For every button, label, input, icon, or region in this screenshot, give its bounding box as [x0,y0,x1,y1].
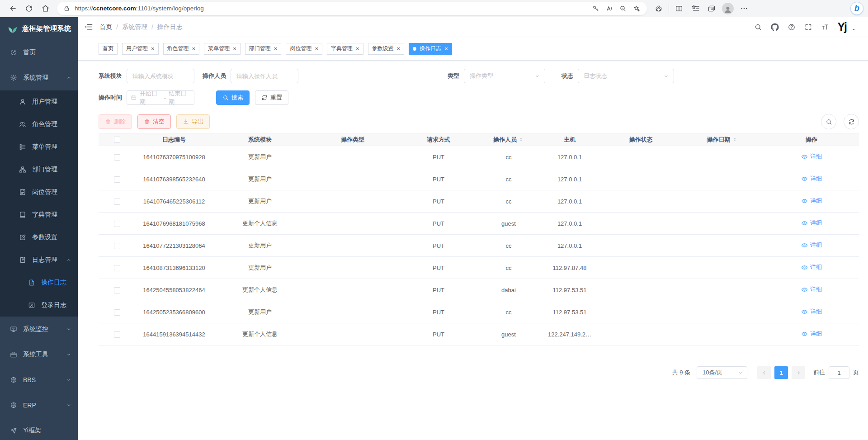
close-tab-icon[interactable]: × [356,46,359,52]
sort-icon[interactable] [732,137,738,142]
sidebar-item-user-mgmt[interactable]: 用户管理 [0,90,78,113]
refresh-table-button[interactable] [844,114,859,129]
sidebar-item-menu-mgmt[interactable]: 菜单管理 [0,136,78,158]
row-checkbox[interactable] [114,287,120,293]
caret-down-icon[interactable] [851,27,856,32]
sidebar-item-bbs[interactable]: BBS [0,367,78,393]
tab-user-mgmt[interactable]: 用户管理× [122,43,159,55]
current-page[interactable]: 1 [774,366,788,379]
sidebar-item-sys-tools[interactable]: 系统工具 [0,342,78,367]
hamburger-button[interactable] [81,20,96,34]
tab-role-mgmt[interactable]: 角色管理× [163,43,200,55]
fullscreen-button[interactable] [804,23,813,32]
select-all-checkbox[interactable] [114,137,120,143]
row-checkbox[interactable] [114,176,120,183]
zoom-out-button[interactable] [616,2,630,15]
sidebar-item-dict-mgmt[interactable]: 字典管理 [0,203,78,226]
font-size-button[interactable] [821,23,830,32]
split-screen-button[interactable] [671,1,687,16]
detail-link[interactable]: 详细 [801,330,822,338]
row-checkbox[interactable] [114,331,120,338]
profile-button[interactable] [720,1,736,16]
detail-link[interactable]: 详细 [801,197,822,205]
clear-button[interactable]: 清空 [137,114,171,129]
col-header-date[interactable]: 操作日期 [680,133,764,146]
close-tab-icon[interactable]: × [151,46,155,52]
tab-post-mgmt[interactable]: 岗位管理× [286,43,322,55]
search-toggle-button[interactable] [821,114,836,129]
browser-reload-button[interactable] [21,1,37,16]
browser-back-button[interactable] [5,1,21,16]
detail-link[interactable]: 详细 [801,175,822,183]
row-checkbox[interactable] [114,199,120,205]
favorites-button[interactable] [687,1,703,16]
github-button[interactable] [770,23,779,32]
status-select[interactable]: 日志状态 [578,69,674,83]
read-aloud-button[interactable] [603,2,616,15]
export-button[interactable]: 导出 [176,114,210,129]
sidebar-item-log-mgmt[interactable]: 日志管理 [0,249,78,271]
sidebar-item-param-settings[interactable]: 参数设置 [0,226,78,249]
password-button[interactable] [589,2,603,15]
goto-page-input[interactable] [829,366,849,379]
sidebar-item-home[interactable]: 首页 [0,40,78,65]
row-checkbox[interactable] [114,243,120,249]
breadcrumb-home[interactable]: 首页 [99,23,112,31]
sidebar-item-system-mgmt[interactable]: 系统管理 [0,65,78,90]
yj-logo[interactable]: Yj [837,21,846,33]
tab-oper-log[interactable]: 操作日志× [409,43,452,55]
cell-op-type [307,323,398,345]
row-checkbox[interactable] [114,221,120,227]
date-range-input[interactable]: 开始日期 - 结束日期 [127,90,194,105]
search-button[interactable]: 搜索 [216,90,250,105]
tab-dict-mgmt[interactable]: 字典管理× [327,43,363,55]
close-tab-icon[interactable]: × [274,46,278,52]
row-checkbox[interactable] [114,265,120,271]
close-tab-icon[interactable]: × [192,46,196,52]
detail-link[interactable]: 详细 [801,219,822,227]
detail-link[interactable]: 详细 [801,152,822,161]
browser-menu-button[interactable] [736,1,752,16]
reset-button[interactable]: 重置 [255,90,288,105]
row-checkbox[interactable] [114,309,120,316]
detail-link[interactable]: 详细 [801,285,822,293]
sidebar-item-login-log[interactable]: 登录日志 [0,294,78,317]
close-tab-icon[interactable]: × [233,46,236,52]
close-tab-icon[interactable]: × [444,46,448,52]
address-bar[interactable]: https://ccnetcore.com:1101/system/log/op… [57,2,647,15]
sidebar-item-oper-log[interactable]: 操作日志 [0,271,78,294]
tab-home[interactable]: 首页 [99,43,118,55]
col-header-operator[interactable]: 操作人员 [479,133,538,146]
sidebar-item-post-mgmt[interactable]: 岗位管理 [0,181,78,203]
header-search-button[interactable] [754,23,763,32]
operator-input[interactable] [231,69,298,83]
close-tab-icon[interactable]: × [315,46,318,52]
delete-button[interactable]: 删除 [99,114,132,129]
sort-icon[interactable] [518,137,524,142]
sidebar-item-dept-mgmt[interactable]: 部门管理 [0,158,78,181]
page-size-select[interactable]: 10条/页 [697,366,747,379]
collections-button[interactable] [703,1,720,16]
row-checkbox[interactable] [114,154,120,161]
globe-icon [10,402,17,409]
help-button[interactable] [787,23,796,32]
sidebar-item-role-mgmt[interactable]: 角色管理 [0,113,78,136]
detail-link[interactable]: 详细 [801,308,822,316]
sidebar-item-yi-framework[interactable]: Yi框架 [0,418,78,440]
extensions-button[interactable] [651,1,667,16]
sidebar-item-erp[interactable]: ERP [0,393,78,418]
sidebar-item-sys-monitor[interactable]: 系统监控 [0,317,78,342]
tab-dept-mgmt[interactable]: 部门管理× [245,43,282,55]
module-input[interactable] [127,69,194,83]
tab-menu-mgmt[interactable]: 菜单管理× [204,43,241,55]
browser-home-button[interactable] [37,1,53,16]
close-tab-icon[interactable]: × [397,46,401,52]
prev-page-button[interactable] [757,366,771,379]
next-page-button[interactable] [792,366,805,379]
tab-param-settings[interactable]: 参数设置× [368,43,405,55]
detail-link[interactable]: 详细 [801,241,822,249]
copilot-icon[interactable]: b [850,2,863,15]
add-favorite-button[interactable] [630,2,643,15]
detail-link[interactable]: 详细 [801,263,822,271]
type-select[interactable]: 操作类型 [464,69,545,83]
